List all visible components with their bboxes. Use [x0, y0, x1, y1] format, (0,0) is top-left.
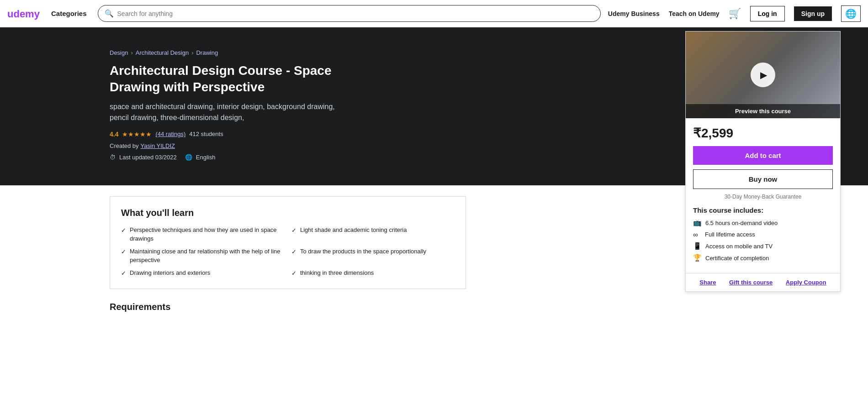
students-count: 412 students — [189, 131, 223, 137]
logo[interactable]: udemy — [7, 7, 42, 20]
learn-item-0: ✓ Perspective techniques and how they ar… — [121, 226, 284, 243]
created-by-row: Created by Yasin YILDIZ — [110, 142, 345, 149]
svg-text:udemy: udemy — [7, 8, 40, 20]
hero-section: Design › Architectural Design › Drawing … — [0, 27, 868, 185]
hero-left: Design › Architectural Design › Drawing … — [0, 38, 356, 174]
rating-row: 4.4 ★★★★★ (44 ratings) 412 students — [110, 131, 345, 138]
play-button[interactable] — [751, 63, 775, 87]
course-description: space and architectural drawing, interio… — [110, 101, 345, 123]
breadcrumb: Design › Architectural Design › Drawing — [110, 49, 345, 56]
business-link[interactable]: Udemy Business — [608, 10, 660, 17]
preview-label: Preview this course — [686, 104, 840, 118]
globe-icon-small: 🌐 — [185, 154, 192, 161]
search-input[interactable] — [117, 10, 594, 17]
signup-button[interactable]: Sign up — [794, 6, 832, 21]
learn-section: What you'll learn ✓ Perspective techniqu… — [110, 196, 466, 289]
created-prefix: Created by — [110, 142, 139, 149]
course-title: Architectural Design Course - Space Draw… — [110, 63, 345, 96]
course-thumbnail[interactable]: Preview this course — [686, 31, 840, 118]
learn-text-4: To draw the products in the space propor… — [300, 247, 426, 256]
update-icon: ⏱ — [110, 154, 116, 161]
search-bar: 🔍 — [98, 5, 601, 22]
breadcrumb-sep2: › — [191, 49, 193, 56]
check-icon-5: ✓ — [291, 269, 296, 278]
check-icon-2: ✓ — [121, 269, 126, 278]
breadcrumb-arch-design[interactable]: Architectural Design — [136, 49, 189, 56]
learn-item-5: ✓ thinking in three dimensions — [291, 268, 455, 278]
navbar: udemy Categories 🔍 Udemy Business Teach … — [0, 0, 868, 27]
login-button[interactable]: Log in — [750, 6, 785, 21]
learn-text-3: Light shade and academic toning criteria — [300, 226, 407, 235]
language-label: English — [196, 154, 216, 161]
language-globe-icon[interactable]: 🌐 — [841, 5, 861, 22]
learn-text-1: Maintaining close and far relationship w… — [130, 247, 284, 265]
breadcrumb-sep1: › — [131, 49, 132, 56]
teach-link[interactable]: Teach on Udemy — [669, 10, 720, 17]
learn-item-2: ✓ Drawing interiors and exteriors — [121, 268, 284, 278]
check-icon-3: ✓ — [291, 226, 296, 235]
last-updated: Last updated 03/2022 — [119, 154, 177, 161]
learn-text-2: Drawing interiors and exteriors — [130, 268, 210, 278]
learn-item-3: ✓ Light shade and academic toning criter… — [291, 226, 455, 243]
content-left: What you'll learn ✓ Perspective techniqu… — [110, 196, 466, 316]
course-price: ₹2,599 — [693, 126, 833, 141]
learn-title: What you'll learn — [121, 208, 455, 218]
check-icon-1: ✓ — [121, 247, 126, 257]
learn-text-5: thinking in three dimensions — [300, 268, 374, 278]
rating-number: 4.4 — [110, 131, 118, 138]
check-icon-4: ✓ — [291, 247, 296, 257]
hero-meta: ⏱ Last updated 03/2022 🌐 English — [110, 154, 345, 161]
cart-icon[interactable]: 🛒 — [729, 8, 741, 20]
main-content: What you'll learn ✓ Perspective techniqu… — [0, 185, 868, 335]
learn-item-4: ✓ To draw the products in the space prop… — [291, 247, 455, 265]
nav-right: Udemy Business Teach on Udemy 🛒 Log in S… — [608, 5, 861, 22]
requirements-title: Requirements — [110, 302, 466, 312]
instructor-link[interactable]: Yasin YILDIZ — [141, 142, 175, 149]
add-to-cart-button[interactable]: Add to cart — [693, 146, 833, 165]
learn-grid: ✓ Perspective techniques and how they ar… — [121, 226, 455, 278]
search-icon: 🔍 — [105, 9, 114, 18]
check-icon-0: ✓ — [121, 226, 126, 235]
categories-menu[interactable]: Categories — [48, 8, 90, 19]
requirements-section: Requirements — [110, 302, 466, 312]
breadcrumb-drawing[interactable]: Drawing — [196, 49, 218, 56]
content-right-spacer — [475, 196, 630, 316]
breadcrumb-design[interactable]: Design — [110, 49, 128, 56]
learn-text-0: Perspective techniques and how they are … — [130, 226, 284, 243]
learn-item-1: ✓ Maintaining close and far relationship… — [121, 247, 284, 265]
star-rating: ★★★★★ — [122, 131, 152, 138]
ratings-link[interactable]: (44 ratings) — [155, 131, 185, 137]
